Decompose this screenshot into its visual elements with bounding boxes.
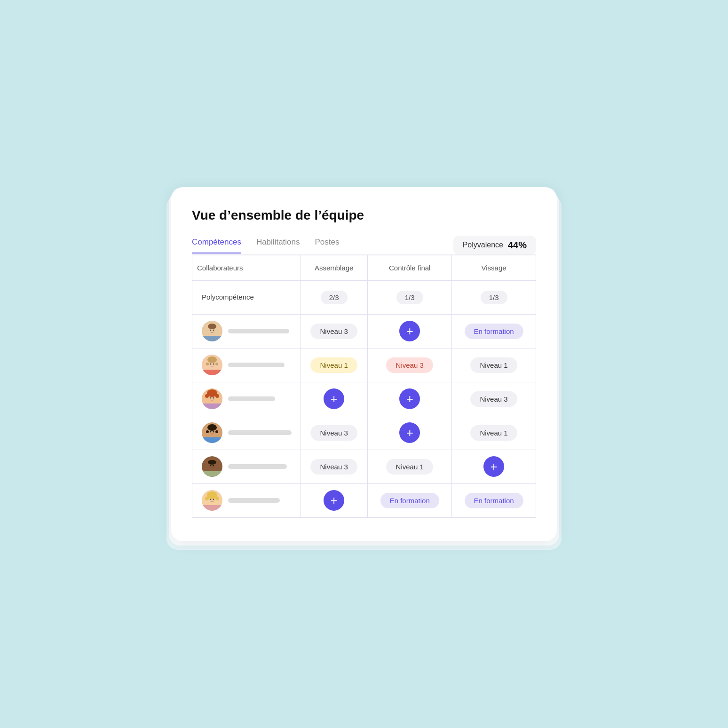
table-row: Niveau 3 + Niveau 1 xyxy=(192,416,536,450)
polyvalence-badge: Polyvalence 44% xyxy=(453,236,536,254)
skill-badge: Niveau 3 xyxy=(310,324,357,339)
vissage-cell: + xyxy=(452,450,536,483)
svg-point-29 xyxy=(206,430,209,433)
vissage-cell: En formation xyxy=(452,483,536,517)
assemblage-cell: Niveau 3 xyxy=(301,314,368,348)
polyvalence-label: Polyvalence xyxy=(463,241,503,249)
svg-point-45 xyxy=(205,497,209,500)
svg-point-30 xyxy=(215,430,218,433)
add-skill-button[interactable]: + xyxy=(324,490,344,511)
table-row: Niveau 1 Niveau 3 Niveau 1 xyxy=(192,348,536,382)
polycompetence-controle: 1/3 xyxy=(368,280,452,314)
skill-badge: Niveau 1 xyxy=(386,459,433,475)
team-table: Collaborateurs Assemblage Contrôle final… xyxy=(192,255,536,518)
col-header-assemblage: Assemblage xyxy=(301,255,368,280)
avatar xyxy=(202,490,222,511)
add-skill-button[interactable]: + xyxy=(399,388,420,409)
svg-point-37 xyxy=(208,460,216,465)
table-header-row: Collaborateurs Assemblage Contrôle final… xyxy=(192,255,536,280)
skill-badge: Niveau 1 xyxy=(470,425,517,441)
assemblage-cell: Niveau 1 xyxy=(301,348,368,382)
svg-rect-15 xyxy=(202,370,222,375)
add-skill-button[interactable]: + xyxy=(399,422,420,443)
name-bar xyxy=(228,329,289,333)
vissage-cell: Niveau 1 xyxy=(452,416,536,450)
svg-point-22 xyxy=(210,397,212,399)
svg-rect-49 xyxy=(202,505,222,511)
col-header-vissage: Vissage xyxy=(452,255,536,280)
tabs-row: Compétences Habilitations Postes Polyval… xyxy=(192,236,536,255)
svg-point-31 xyxy=(210,431,212,433)
collaborator-cell xyxy=(192,348,301,382)
skill-badge: Niveau 3 xyxy=(310,425,357,441)
svg-point-23 xyxy=(213,397,214,399)
vissage-cell: Niveau 3 xyxy=(452,382,536,416)
controle-cell: En formation xyxy=(368,483,452,517)
assemblage-cell: + xyxy=(301,483,368,517)
svg-point-47 xyxy=(210,499,212,500)
polycompetence-row: Polycompétence 2/3 1/3 1/3 xyxy=(192,280,536,314)
svg-point-32 xyxy=(213,431,214,433)
polycompetence-assemblage: 2/3 xyxy=(301,280,368,314)
en-formation-badge: En formation xyxy=(465,493,523,508)
collaborator-cell xyxy=(192,450,301,483)
page-title: Vue d’ensemble de l’équipe xyxy=(192,208,536,223)
tab-competences[interactable]: Compétences xyxy=(192,237,241,253)
skill-badge: Niveau 3 xyxy=(470,391,517,407)
name-bar xyxy=(228,396,275,401)
table-row: Niveau 3 Niveau 1 + xyxy=(192,450,536,483)
avatar xyxy=(202,321,222,341)
name-bar xyxy=(228,430,292,435)
avatar xyxy=(202,456,222,477)
table-row: + En formation En formation xyxy=(192,483,536,517)
name-bar xyxy=(228,464,287,469)
add-skill-button[interactable]: + xyxy=(324,388,344,409)
card-main: Vue d’ensemble de l’équipe Compétences H… xyxy=(171,187,557,541)
svg-rect-33 xyxy=(202,437,222,443)
polycompetence-label-cell: Polycompétence xyxy=(192,280,301,314)
en-formation-badge: En formation xyxy=(465,324,523,339)
svg-point-5 xyxy=(213,330,214,331)
svg-point-38 xyxy=(210,465,212,467)
avatar xyxy=(202,388,222,409)
table-row: + + Niveau 3 xyxy=(192,382,536,416)
add-skill-button[interactable]: + xyxy=(483,456,504,477)
vissage-cell: Niveau 1 xyxy=(452,348,536,382)
controle-cell: Niveau 3 xyxy=(368,348,452,382)
svg-point-46 xyxy=(215,497,219,500)
avatar xyxy=(202,422,222,443)
svg-point-48 xyxy=(213,499,214,500)
controle-cell: + xyxy=(368,314,452,348)
controle-cell: Niveau 1 xyxy=(368,450,452,483)
skill-badge: Niveau 3 xyxy=(386,357,433,373)
svg-point-28 xyxy=(207,424,217,431)
collaborator-cell xyxy=(192,483,301,517)
svg-point-3 xyxy=(208,324,216,329)
collaborator-cell xyxy=(192,382,301,416)
tabs-left: Compétences Habilitations Postes xyxy=(192,237,339,253)
svg-point-20 xyxy=(205,394,209,398)
svg-point-21 xyxy=(215,394,219,398)
page-wrapper: Vue d’ensemble de l’équipe Compétences H… xyxy=(171,187,557,541)
vissage-cell: En formation xyxy=(452,314,536,348)
table-row: Niveau 3 + En formation xyxy=(192,314,536,348)
avatar xyxy=(202,355,222,375)
add-skill-button[interactable]: + xyxy=(399,321,420,341)
svg-point-14 xyxy=(213,364,214,365)
en-formation-badge: En formation xyxy=(380,493,439,508)
svg-point-4 xyxy=(210,330,212,331)
svg-rect-40 xyxy=(202,471,222,477)
assemblage-cell: + xyxy=(301,382,368,416)
polycompetence-vissage: 1/3 xyxy=(452,280,536,314)
svg-point-39 xyxy=(213,465,214,467)
tab-habilitations[interactable]: Habilitations xyxy=(256,237,300,253)
controle-cell: + xyxy=(368,416,452,450)
name-bar xyxy=(228,498,280,503)
controle-cell: + xyxy=(368,382,452,416)
assemblage-cell: Niveau 3 xyxy=(301,450,368,483)
collaborator-cell xyxy=(192,314,301,348)
collaborator-cell xyxy=(192,416,301,450)
svg-point-13 xyxy=(210,364,212,365)
svg-rect-24 xyxy=(202,404,222,409)
tab-postes[interactable]: Postes xyxy=(315,237,340,253)
